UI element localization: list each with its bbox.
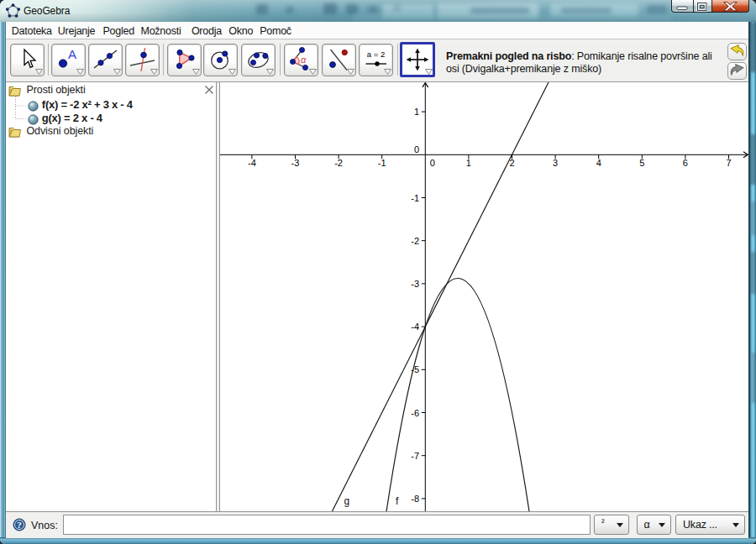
svg-text:6: 6 [683,158,688,168]
svg-text:-8: -8 [411,494,419,504]
svg-text:1: 1 [414,107,419,117]
svg-text:a = 2: a = 2 [367,50,385,59]
svg-text:f: f [396,495,399,507]
svg-text:2: 2 [509,158,514,168]
svg-text:-4: -4 [248,158,256,168]
svg-text:-1: -1 [411,193,419,203]
svg-text:7: 7 [726,158,731,168]
svg-text:-5: -5 [411,364,419,374]
svg-text:1: 1 [466,158,471,168]
svg-text:3: 3 [553,158,558,168]
svg-text:0: 0 [414,144,419,154]
svg-text:-6: -6 [411,408,419,418]
svg-text:0: 0 [430,158,435,168]
svg-text:-3: -3 [411,279,419,289]
svg-text:4: 4 [596,158,601,168]
svg-text:-3: -3 [291,158,300,168]
svg-text:α: α [301,55,307,65]
svg-text:5: 5 [639,158,644,168]
svg-text:A: A [68,47,76,61]
svg-text:-1: -1 [378,158,386,168]
svg-text:-2: -2 [411,236,419,246]
svg-text:-2: -2 [334,158,343,168]
svg-text:-7: -7 [411,451,419,461]
svg-text:?: ? [17,520,22,530]
svg-text:g: g [344,495,350,507]
svg-text:-4: -4 [411,322,419,332]
